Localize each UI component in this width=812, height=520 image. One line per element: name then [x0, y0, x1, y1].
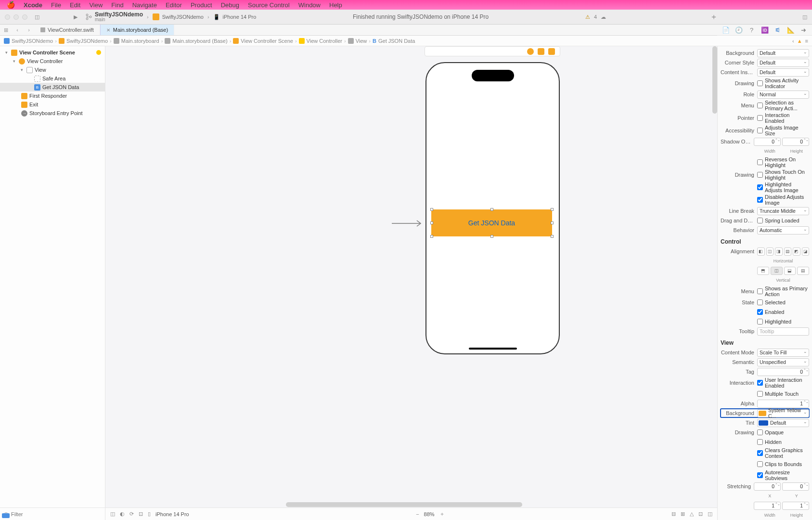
device-config-icon[interactable]: ⊡: [139, 511, 143, 517]
outline-view[interactable]: ▾ View: [0, 65, 105, 74]
activity-indicator-checkbox[interactable]: Shows Activity Indicator: [757, 78, 809, 89]
canvas-selected-button[interactable]: Get JSON Data: [431, 209, 552, 236]
ib-canvas[interactable]: Get JSON Data ◫ ◐ ⟳ ⊡ ▯ iPhone 14 Pro − …: [105, 46, 717, 520]
menu-window[interactable]: Window: [298, 1, 321, 9]
zoom-in-icon[interactable]: ＋: [439, 510, 445, 518]
nav-grid-icon[interactable]: ⊞: [0, 25, 12, 35]
semantic-popup[interactable]: Unspecified: [757, 358, 809, 366]
state-selected-checkbox[interactable]: Selected: [757, 299, 786, 305]
menu-find[interactable]: Find: [111, 1, 123, 9]
state-enabled-checkbox[interactable]: Enabled: [757, 309, 784, 315]
embed-tool-icon[interactable]: ⊡: [698, 511, 703, 517]
highlighted-adjusts-checkbox[interactable]: Highlighted Adjusts Image: [757, 182, 809, 193]
bc-outline-toggle-icon[interactable]: ≡: [805, 38, 808, 44]
tab-viewcontroller[interactable]: ViewController.swift: [35, 25, 100, 35]
outline-first-responder[interactable]: First Responder: [0, 91, 105, 100]
menu-source-control[interactable]: Source Control: [248, 1, 290, 9]
horizontal-alignment-segmented[interactable]: ◧◫◨▤◩◪: [757, 247, 809, 256]
menu-edit[interactable]: Edit: [70, 1, 80, 9]
bc-warning-icon[interactable]: ▲: [797, 38, 802, 44]
content-mode-popup[interactable]: Scale To Fill: [757, 349, 809, 357]
close-tab-icon[interactable]: ✕: [106, 27, 110, 33]
bc-item[interactable]: View Controller: [307, 38, 342, 44]
align-tool-icon[interactable]: ⊟: [671, 511, 676, 517]
bc-nav-back-icon[interactable]: ‹: [792, 38, 794, 44]
nav-forward-icon[interactable]: ›: [23, 25, 35, 35]
resize-handle-icon[interactable]: [490, 208, 493, 211]
first-responder-dock-icon[interactable]: [538, 48, 544, 55]
stretch-h-stepper[interactable]: 1: [782, 502, 809, 510]
connections-inspector-icon[interactable]: ➜: [799, 26, 808, 34]
outline-button[interactable]: B Get JSON Data: [0, 83, 105, 91]
bc-item[interactable]: SwiftyJSONdemo: [12, 38, 53, 44]
outline-scene[interactable]: ▾ View Controller Scene: [0, 48, 105, 57]
shows-as-primary-action-checkbox[interactable]: Shows as Primary Action: [757, 286, 809, 297]
bc-item[interactable]: SwiftyJSONdemo: [66, 38, 108, 44]
stretch-y-stepper[interactable]: 0: [782, 482, 809, 491]
outline-exit[interactable]: Exit: [0, 100, 105, 109]
shows-touch-checkbox[interactable]: Shows Touch On Highlight: [757, 169, 809, 181]
device-name[interactable]: iPhone 14 Pro: [155, 511, 189, 517]
spring-loaded-checkbox[interactable]: Spring Loaded: [757, 218, 799, 223]
background-color-popup[interactable]: System Yellow C...: [757, 409, 809, 417]
shadow-height-stepper[interactable]: 0: [782, 138, 809, 146]
appearance-icon[interactable]: ◐: [120, 511, 125, 517]
panel-toggle-icon[interactable]: ◫: [110, 511, 115, 517]
role-popup[interactable]: Normal: [757, 91, 809, 99]
outline-entry-point[interactable]: → Storyboard Entry Point: [0, 109, 105, 117]
zoom-level[interactable]: 88%: [424, 511, 435, 517]
jump-bar[interactable]: SwiftyJSONdemo› SwiftyJSONdemo› Main.sto…: [0, 36, 812, 46]
orientation-icon[interactable]: ⟳: [129, 511, 134, 517]
cloud-icon[interactable]: ☁: [601, 14, 606, 20]
corner-style-popup[interactable]: Default: [757, 59, 809, 67]
bc-item[interactable]: Main.storyboard (Base): [172, 38, 227, 44]
resolve-tool-icon[interactable]: △: [690, 511, 694, 517]
app-menu[interactable]: Xcode: [24, 1, 42, 9]
menu-primary-action-checkbox[interactable]: Selection as Primary Acti...: [757, 100, 809, 111]
outline-vc[interactable]: ▾ View Controller: [0, 57, 105, 65]
apple-icon[interactable]: 🍎: [7, 1, 15, 9]
vc-dock-icon[interactable]: [527, 48, 534, 55]
help-inspector-icon[interactable]: ?: [748, 26, 756, 34]
autoresize-subviews-checkbox[interactable]: Autoresize Subviews: [757, 469, 809, 481]
warning-icon[interactable]: ⚠: [585, 14, 590, 20]
pin-tool-icon[interactable]: ⊞: [681, 511, 685, 517]
tooltip-field[interactable]: Tooltip: [757, 327, 809, 336]
clips-to-bounds-checkbox[interactable]: Clips to Bounds: [757, 461, 802, 467]
menu-navigate[interactable]: Navigate: [132, 1, 157, 9]
alpha-stepper[interactable]: 1: [757, 400, 809, 408]
user-interaction-checkbox[interactable]: User Interaction Enabled: [757, 377, 809, 389]
outline-filter-input[interactable]: [11, 511, 101, 517]
add-button[interactable]: ＋: [710, 12, 718, 22]
menu-product[interactable]: Product: [191, 1, 212, 9]
bc-item[interactable]: Get JSON Data: [378, 38, 415, 44]
resize-handle-icon[interactable]: [551, 221, 554, 224]
bc-item[interactable]: View Controller Scene: [241, 38, 293, 44]
multiple-touch-checkbox[interactable]: Multiple Touch: [757, 391, 799, 397]
zoom-out-icon[interactable]: −: [416, 511, 419, 517]
content-insets-popup[interactable]: Default: [757, 68, 809, 77]
accessibility-adjusts-checkbox[interactable]: Adjusts Image Size: [757, 125, 809, 136]
attributes-inspector-icon[interactable]: ⚟: [773, 26, 782, 34]
resize-handle-icon[interactable]: [490, 235, 493, 238]
resize-handle-icon[interactable]: [551, 235, 554, 238]
menu-view[interactable]: View: [89, 1, 103, 9]
warning-badge-icon[interactable]: [96, 50, 101, 55]
menu-debug[interactable]: Debug: [221, 1, 239, 9]
menu-help[interactable]: Help: [329, 1, 342, 9]
reverses-highlight-checkbox[interactable]: Reverses On Highlight: [757, 156, 809, 168]
resize-handle-icon[interactable]: [551, 208, 554, 211]
opaque-checkbox[interactable]: Opaque: [757, 429, 784, 435]
exit-dock-icon[interactable]: [548, 48, 555, 55]
tab-main-storyboard[interactable]: ✕ Main.storyboard (Base): [100, 25, 174, 35]
pointer-interaction-checkbox[interactable]: Interaction Enabled: [757, 112, 809, 124]
stretch-x-stepper[interactable]: 0: [754, 482, 781, 491]
bc-item[interactable]: Main.storyboard: [121, 38, 159, 44]
clears-context-checkbox[interactable]: Clears Graphics Context: [757, 447, 809, 459]
tint-color-popup[interactable]: Default: [757, 419, 809, 427]
state-highlighted-checkbox[interactable]: Highlighted: [757, 319, 791, 325]
vertical-alignment-segmented[interactable]: ⬒◫⬓▤: [757, 267, 809, 275]
resize-handle-icon[interactable]: [430, 221, 433, 224]
tag-stepper[interactable]: 0: [757, 368, 809, 376]
background-popup[interactable]: Default: [757, 49, 809, 57]
